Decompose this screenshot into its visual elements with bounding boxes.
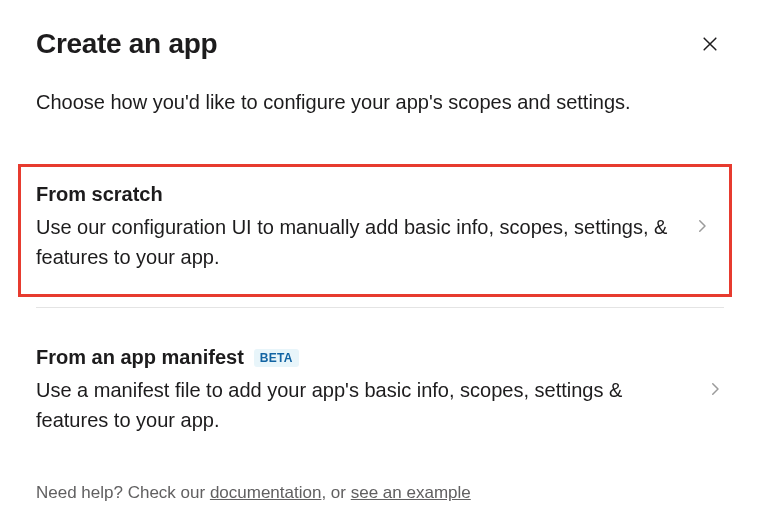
beta-badge: BETA	[254, 349, 299, 367]
option-title: From scratch	[36, 183, 163, 206]
option-from-scratch[interactable]: From scratch Use our configuration UI to…	[18, 164, 732, 297]
help-middle: , or	[321, 483, 350, 502]
option-description: Use our configuration UI to manually add…	[36, 212, 673, 272]
option-content: From an app manifest BETA Use a manifest…	[36, 346, 706, 435]
create-app-modal: Create an app Choose how you'd like to c…	[0, 0, 760, 523]
option-content: From scratch Use our configuration UI to…	[36, 183, 693, 272]
option-from-manifest[interactable]: From an app manifest BETA Use a manifest…	[36, 330, 724, 457]
chevron-right-icon	[693, 217, 711, 239]
divider	[36, 307, 724, 308]
modal-subtitle: Choose how you'd like to configure your …	[36, 88, 724, 116]
help-prefix: Need help? Check our	[36, 483, 210, 502]
chevron-right-icon	[706, 380, 724, 402]
option-title-row: From scratch	[36, 183, 673, 206]
option-title: From an app manifest	[36, 346, 244, 369]
documentation-link[interactable]: documentation	[210, 483, 322, 502]
see-example-link[interactable]: see an example	[351, 483, 471, 502]
modal-title: Create an app	[36, 28, 217, 60]
modal-header: Create an app	[36, 28, 724, 60]
close-button[interactable]	[696, 30, 724, 58]
close-icon	[700, 34, 720, 54]
option-description: Use a manifest file to add your app's ba…	[36, 375, 686, 435]
option-title-row: From an app manifest BETA	[36, 346, 686, 369]
options-list: From scratch Use our configuration UI to…	[36, 164, 724, 503]
help-text: Need help? Check our documentation, or s…	[36, 483, 724, 503]
